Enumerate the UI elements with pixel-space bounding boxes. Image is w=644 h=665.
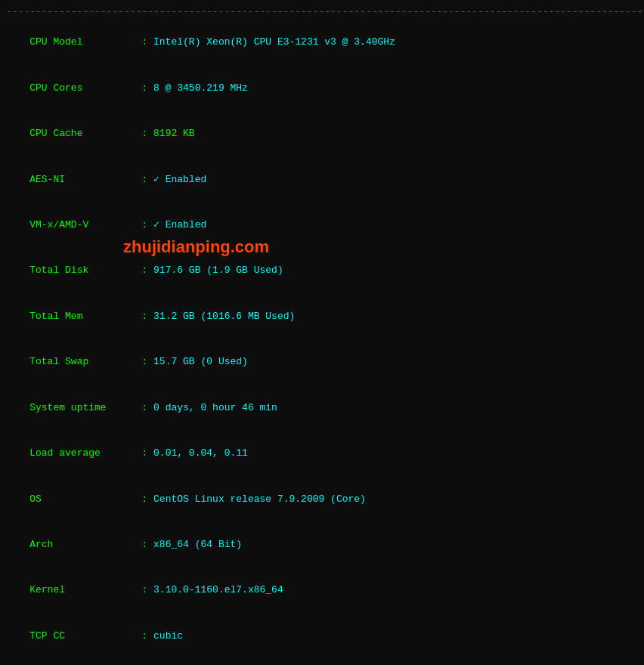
swap-line: Total Swap : 15.7 GB (0 Used) bbox=[6, 339, 638, 385]
watermark: zhujidianping.com bbox=[123, 237, 269, 257]
tcp-value: cubic bbox=[153, 630, 183, 642]
vm-value: ✓ Enabled bbox=[153, 219, 206, 230]
aes-ni-line: AES-NI : ✓ Enabled bbox=[6, 156, 638, 202]
virt-line: Virtualization : Dedicated bbox=[6, 659, 638, 665]
os-value: CentOS Linux release 7.9.2009 (Core) bbox=[153, 493, 366, 505]
mem-value: 31.2 GB (1016.6 MB Used) bbox=[153, 311, 295, 322]
tcp-label: TCP CC bbox=[29, 630, 65, 642]
disk-value: 917.6 GB (1.9 GB Used) bbox=[153, 264, 283, 276]
load-label: Load average bbox=[29, 447, 101, 459]
cpu-cores-line: CPU Cores : 8 @ 3450.219 MHz bbox=[6, 66, 638, 111]
cpu-model-value: Intel(R) Xeon(R) CPU E3-1231 v3 @ 3.40GH… bbox=[153, 36, 395, 48]
cpu-cores-value: 8 @ 3450.219 MHz bbox=[153, 82, 248, 94]
cpu-model-line: CPU Model : Intel(R) Xeon(R) CPU E3-1231… bbox=[6, 20, 638, 65]
os-line: OS : CentOS Linux release 7.9.2009 (Core… bbox=[6, 476, 638, 521]
disk-label: Total Disk bbox=[29, 264, 88, 276]
cpu-cache-value: 8192 KB bbox=[153, 128, 195, 139]
uptime-label: System uptime bbox=[29, 402, 106, 413]
load-line: Load average : 0.01, 0.04, 0.11 bbox=[6, 431, 638, 476]
terminal-output: ----------------------------------------… bbox=[6, 5, 638, 665]
cpu-cache-label: CPU Cache bbox=[29, 128, 82, 139]
kernel-label: Kernel bbox=[29, 584, 65, 595]
swap-value: 15.7 GB (0 Used) bbox=[153, 356, 248, 367]
uptime-value: 0 days, 0 hour 46 min bbox=[153, 402, 277, 413]
aes-ni-value: ✓ Enabled bbox=[153, 174, 206, 185]
mem-label: Total Mem bbox=[29, 311, 82, 322]
arch-label: Arch bbox=[29, 539, 53, 550]
cpu-cores-label: CPU Cores bbox=[29, 82, 82, 94]
load-value: 0.01, 0.04, 0.11 bbox=[153, 447, 248, 459]
vm-line: VM-x/AMD-V : ✓ Enabled bbox=[6, 203, 638, 248]
cpu-model-label: CPU Model bbox=[29, 36, 82, 48]
cpu-cache-line: CPU Cache : 8192 KB bbox=[6, 111, 638, 156]
uptime-line: System uptime : 0 days, 0 hour 46 min bbox=[6, 385, 638, 431]
os-label: OS bbox=[29, 493, 42, 505]
arch-value: x86_64 (64 Bit) bbox=[153, 539, 242, 550]
kernel-value: 3.10.0-1160.el7.x86_64 bbox=[153, 584, 283, 595]
separator-top: ----------------------------------------… bbox=[6, 5, 638, 20]
swap-label: Total Swap bbox=[29, 356, 88, 367]
aes-ni-label: AES-NI bbox=[29, 174, 65, 185]
disk-line: Total Disk : 917.6 GB (1.9 GB Used) bbox=[6, 248, 638, 293]
tcp-line: TCP CC : cubic bbox=[6, 614, 638, 659]
vm-label: VM-x/AMD-V bbox=[29, 219, 88, 230]
mem-line: Total Mem : 31.2 GB (1016.6 MB Used) bbox=[6, 294, 638, 339]
arch-line: Arch : x86_64 (64 Bit) bbox=[6, 522, 638, 568]
kernel-line: Kernel : 3.10.0-1160.el7.x86_64 bbox=[6, 568, 638, 613]
